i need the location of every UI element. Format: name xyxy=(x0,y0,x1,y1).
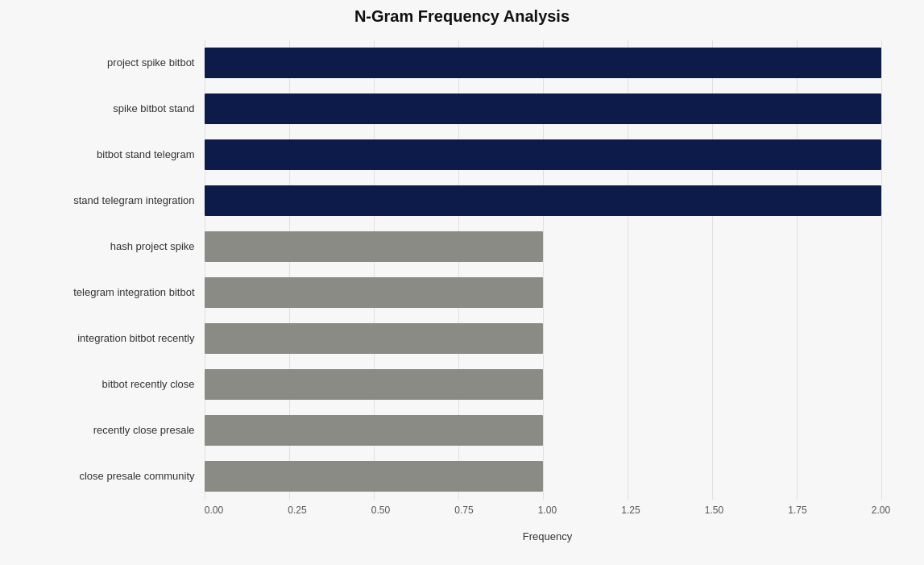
bar-row xyxy=(205,224,881,270)
x-tick-label: 1.00 xyxy=(538,505,557,516)
y-label: hash project spike xyxy=(44,224,195,270)
x-tick-label: 1.25 xyxy=(621,505,640,516)
x-axis: 0.000.250.500.751.001.251.501.752.00 xyxy=(214,505,881,529)
y-label: project spike bitbot xyxy=(44,40,195,86)
x-axis-title: Frequency xyxy=(214,530,881,542)
x-tick-label: 0.00 xyxy=(205,505,223,516)
y-label: spike bitbot stand xyxy=(44,86,195,132)
y-axis-labels: project spike bitbotspike bitbot standbi… xyxy=(44,40,205,500)
chart-title: N-Gram Frequency Analysis xyxy=(44,7,881,26)
bars-and-grid xyxy=(205,40,881,500)
bar-row xyxy=(205,178,881,224)
bar xyxy=(205,277,543,308)
x-tick-label: 0.25 xyxy=(288,505,306,516)
x-tick-label: 0.50 xyxy=(371,505,390,516)
bar xyxy=(205,415,543,446)
x-tick-label: 0.75 xyxy=(454,505,473,516)
y-label: bitbot recently close xyxy=(44,362,195,408)
y-label: bitbot stand telegram xyxy=(44,132,195,178)
bar xyxy=(205,369,543,400)
bar xyxy=(205,461,543,492)
x-tick-label: 2.00 xyxy=(872,505,890,516)
bar xyxy=(205,231,543,262)
bar xyxy=(205,185,881,216)
bar-row xyxy=(205,270,881,316)
bar-row xyxy=(205,454,881,500)
y-label: close presale community xyxy=(44,454,195,500)
y-label: telegram integration bitbot xyxy=(44,270,195,316)
y-label: recently close presale xyxy=(44,408,195,454)
x-tick-container: 0.000.250.500.751.001.251.501.752.00 xyxy=(214,505,881,529)
x-tick-label: 1.75 xyxy=(788,505,806,516)
x-tick-label: 1.50 xyxy=(705,505,723,516)
bar-row xyxy=(205,40,881,86)
chart-container: N-Gram Frequency Analysis project spike … xyxy=(19,0,905,565)
bar-row xyxy=(205,132,881,178)
bar-row xyxy=(205,408,881,454)
bar-row xyxy=(205,86,881,132)
bar xyxy=(205,48,881,78)
y-label: integration bitbot recently xyxy=(44,316,195,362)
bar-row xyxy=(205,362,881,408)
grid-line xyxy=(881,40,882,500)
bar xyxy=(205,323,543,354)
bar xyxy=(205,139,881,170)
chart-area: project spike bitbotspike bitbot standbi… xyxy=(44,40,881,500)
bar-row xyxy=(205,316,881,362)
bar xyxy=(205,93,881,124)
bars-column xyxy=(205,40,881,500)
y-label: stand telegram integration xyxy=(44,178,195,224)
